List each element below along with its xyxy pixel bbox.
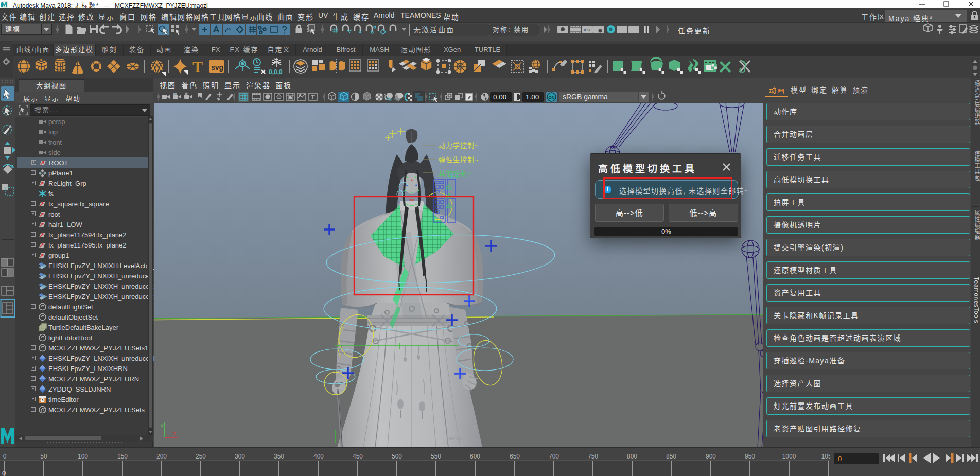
svg-text:动力学控制~: 动力学控制~ xyxy=(439,142,479,149)
svg-text:ON: ON xyxy=(549,95,555,100)
svg-text:persp: persp xyxy=(447,435,462,442)
svg-text:0,0,0: 0,0,0 xyxy=(269,68,283,76)
svg-text:其他控制~: 其他控制~ xyxy=(439,169,472,177)
svg-text:y: y xyxy=(161,422,164,428)
svg-text:0.00: 0.00 xyxy=(493,93,506,101)
svg-text:1.00: 1.00 xyxy=(526,93,539,101)
svg-text:sRGB gamma: sRGB gamma xyxy=(563,93,608,101)
svg-text:T: T xyxy=(192,58,203,75)
svg-text:弹性生控制~: 弹性生控制~ xyxy=(439,156,479,164)
svg-text:IPR: IPR xyxy=(584,28,591,32)
svg-text:svg: svg xyxy=(211,63,223,72)
svg-text:x: x xyxy=(173,430,176,436)
